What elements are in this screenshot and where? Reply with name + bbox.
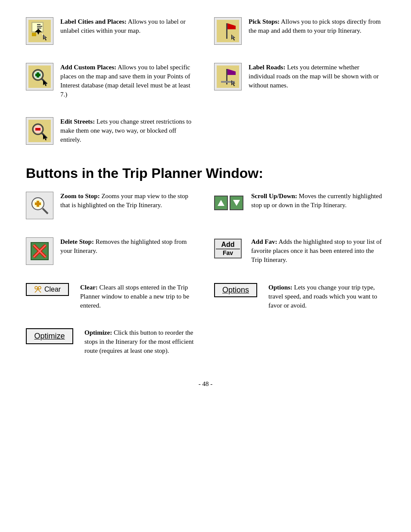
- svg-rect-32: [35, 128, 40, 131]
- add-fav-title: Add Fav:: [251, 238, 277, 245]
- scroll-updown-icon: [214, 192, 244, 214]
- add-custom-item: Add Custom Places: Allows you to label s…: [26, 63, 197, 99]
- svg-point-49: [35, 286, 37, 289]
- options-button[interactable]: Options: [214, 283, 257, 297]
- top-section: Label Cities and Places: Allows you to l…: [26, 17, 385, 152]
- delete-stop-icon: [26, 237, 53, 265]
- svg-rect-39: [35, 202, 41, 205]
- svg-marker-42: [233, 200, 240, 206]
- placeholder-right: [214, 117, 385, 152]
- zoom-stop-text: Zoom to Stop: Zooms your map view to the…: [60, 192, 197, 210]
- svg-rect-12: [226, 23, 227, 39]
- svg-rect-4: [37, 24, 40, 25]
- clear-item: Clear Clear: Clears all stops entered in…: [26, 283, 197, 310]
- clear-title: Clear:: [80, 284, 98, 291]
- label-roads-icon: [214, 63, 242, 90]
- svg-marker-41: [218, 200, 224, 206]
- options-button-label: Options: [222, 286, 249, 295]
- zoom-stop-item: Zoom to Stop: Zooms your map view to the…: [26, 192, 197, 219]
- options-text: Options: Lets you change your trip type,…: [268, 283, 385, 310]
- edit-streets-title: Edit Streets:: [60, 118, 95, 125]
- clear-text: Clear: Clears all stops entered in the T…: [80, 283, 197, 310]
- options-button-container: Options: [214, 283, 262, 297]
- edit-streets-text: Edit Streets: Lets you change street res…: [60, 117, 197, 144]
- scroll-updown-title: Scroll Up/Down:: [251, 193, 297, 199]
- clear-button-container: Clear: [26, 283, 73, 296]
- label-roads-item: Label Roads: Lets you determine whether …: [214, 63, 385, 99]
- svg-rect-20: [35, 74, 40, 76]
- label-roads-title: Label Roads:: [249, 64, 285, 71]
- optimize-placeholder: [214, 328, 385, 363]
- svg-marker-3: [32, 33, 36, 36]
- svg-point-50: [38, 286, 41, 289]
- add-fav-text: Add Fav: Adds the highlighted stop to yo…: [251, 237, 385, 264]
- zoom-stop-icon: [26, 192, 53, 219]
- optimize-button-label: Optimize: [34, 332, 65, 341]
- pick-stops-item: Pick Stops: Allows you to pick stops dir…: [214, 17, 385, 45]
- optimize-text: Optimize: Click this button to reorder t…: [84, 328, 197, 355]
- optimize-title: Optimize:: [84, 329, 112, 336]
- trip-planner-section: Zoom to Stop: Zooms your map view to the…: [26, 192, 385, 363]
- page-number: - 48 -: [26, 380, 385, 388]
- edit-streets-icon: [26, 117, 53, 145]
- pick-stops-text: Pick Stops: Allows you to pick stops dir…: [249, 17, 385, 35]
- label-cities-text: Label Cities and Places: Allows you to l…: [60, 17, 197, 35]
- svg-rect-5: [37, 26, 42, 27]
- options-item: Options Options: Lets you change your tr…: [214, 283, 385, 310]
- optimize-button[interactable]: Optimize: [26, 328, 73, 344]
- delete-stop-title: Delete Stop:: [60, 238, 94, 245]
- scroll-updown-text: Scroll Up/Down: Moves the currently high…: [251, 192, 385, 210]
- clear-scissors-icon: [34, 286, 42, 293]
- pick-stops-icon: [214, 17, 242, 45]
- add-custom-text: Add Custom Places: Allows you to label s…: [60, 63, 197, 99]
- clear-button[interactable]: Clear: [26, 283, 69, 296]
- svg-rect-23: [217, 65, 239, 88]
- label-cities-icon: [26, 17, 53, 45]
- clear-button-label: Clear: [44, 286, 61, 293]
- delete-stop-text: Delete Stop: Removes the highlighted sto…: [60, 237, 197, 255]
- pick-stops-title: Pick Stops:: [249, 18, 280, 25]
- add-fav-icon: Add Fav: [214, 237, 244, 260]
- svg-rect-6: [37, 28, 41, 28]
- options-title: Options:: [268, 284, 293, 291]
- add-fav-item: Add Fav Add Fav: Adds the highlighted st…: [214, 237, 385, 265]
- svg-rect-11: [217, 20, 239, 42]
- zoom-stop-title: Zoom to Stop:: [60, 193, 100, 199]
- label-cities-item: Label Cities and Places: Allows you to l…: [26, 17, 197, 45]
- label-cities-title: Label Cities and Places:: [60, 18, 127, 25]
- optimize-button-container: Optimize: [26, 328, 78, 344]
- section-title: Buttons in the Trip Planner Window:: [26, 165, 385, 181]
- edit-streets-item: Edit Streets: Lets you change street res…: [26, 117, 197, 145]
- delete-stop-item: Delete Stop: Removes the highlighted sto…: [26, 237, 197, 265]
- add-custom-title: Add Custom Places:: [60, 64, 116, 71]
- scroll-updown-item: Scroll Up/Down: Moves the currently high…: [214, 192, 385, 219]
- optimize-item: Optimize Optimize: Click this button to …: [26, 328, 197, 355]
- add-custom-icon: [26, 63, 53, 90]
- label-roads-text: Label Roads: Lets you determine whether …: [249, 63, 385, 90]
